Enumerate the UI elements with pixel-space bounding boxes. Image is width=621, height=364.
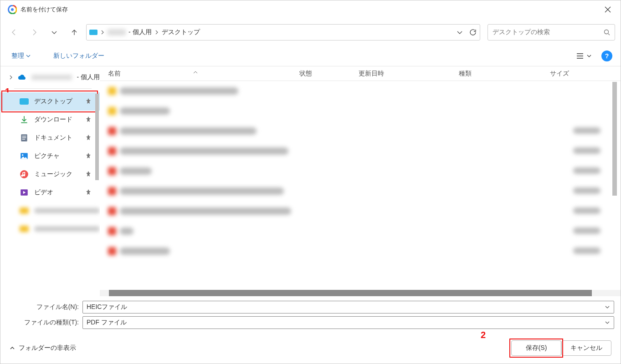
chevron-right-icon bbox=[154, 30, 159, 35]
tree-scrollbar[interactable] bbox=[94, 94, 100, 296]
search-placeholder: デスクトップの検索 bbox=[493, 28, 604, 36]
sidebar-item-desktop[interactable]: デスクトップ bbox=[0, 92, 100, 111]
sidebar-item-pictures[interactable]: ピクチャ bbox=[0, 147, 100, 165]
filename-field[interactable]: HEICファイル bbox=[82, 301, 614, 313]
close-icon bbox=[605, 6, 611, 13]
cloud-icon bbox=[18, 73, 27, 82]
close-button[interactable] bbox=[599, 2, 617, 17]
tree-root-suffix: - 個人用 bbox=[77, 73, 100, 81]
list-item[interactable] bbox=[100, 181, 621, 201]
save-form: ファイル名(N): HEICファイル ファイルの種類(T): PDF ファイル bbox=[0, 296, 621, 333]
pin-icon bbox=[85, 171, 92, 178]
recent-dropdown[interactable] bbox=[46, 24, 62, 40]
sidebar-item-label: ミュージック bbox=[34, 170, 80, 178]
svg-rect-6 bbox=[22, 137, 26, 138]
tree-root-user bbox=[31, 75, 72, 80]
horizontal-scrollbar[interactable] bbox=[100, 290, 621, 296]
list-item[interactable] bbox=[100, 121, 621, 141]
footer: フォルダーの非表示 2 保存(S) キャンセル bbox=[0, 333, 621, 364]
col-state[interactable]: 状態 bbox=[291, 70, 350, 78]
sort-asc-icon bbox=[193, 68, 198, 75]
chevron-up-icon bbox=[10, 345, 15, 351]
download-icon bbox=[20, 115, 29, 124]
breadcrumb-dropdown[interactable] bbox=[456, 29, 463, 36]
svg-point-2 bbox=[11, 8, 14, 11]
filetype-field[interactable]: PDF ファイル bbox=[82, 316, 614, 329]
tree-root-onedrive[interactable]: - 個人用 bbox=[0, 69, 100, 86]
pictures-icon bbox=[20, 152, 29, 161]
list-item[interactable] bbox=[100, 161, 621, 181]
search-icon bbox=[604, 29, 610, 35]
hide-folders-toggle[interactable]: フォルダーの非表示 bbox=[10, 344, 76, 352]
list-item[interactable] bbox=[100, 201, 621, 221]
sidebar-item-videos[interactable]: ビデオ bbox=[0, 183, 100, 202]
view-mode-dropdown[interactable] bbox=[573, 50, 594, 62]
chevron-right-icon bbox=[9, 75, 13, 80]
svg-point-10 bbox=[20, 170, 28, 178]
col-type[interactable]: 種類 bbox=[451, 70, 542, 78]
breadcrumb-user[interactable] bbox=[108, 29, 126, 35]
sidebar-item-music[interactable]: ミュージック bbox=[0, 165, 100, 183]
organize-label: 整理 bbox=[11, 52, 24, 60]
toolbar: 整理 新しいフォルダー ? bbox=[0, 46, 621, 66]
col-date[interactable]: 更新日時 bbox=[350, 70, 451, 78]
list-item[interactable] bbox=[100, 81, 621, 101]
list-item[interactable] bbox=[100, 101, 621, 121]
pc-icon bbox=[89, 30, 98, 35]
filename-label: ファイル名(N): bbox=[7, 303, 79, 311]
chevron-down-icon bbox=[605, 320, 610, 325]
sidebar-item-folder-2[interactable] bbox=[0, 220, 100, 238]
nav-row: - 個人用 デスクトップ デスクトップの検索 bbox=[0, 19, 621, 46]
sidebar-item-folder-1[interactable] bbox=[0, 202, 100, 220]
svg-point-9 bbox=[22, 154, 23, 156]
document-icon bbox=[20, 133, 29, 142]
title-bar: 名前を付けて保存 bbox=[0, 0, 621, 19]
file-list[interactable] bbox=[100, 81, 621, 290]
music-icon bbox=[20, 170, 29, 179]
annotation-2: 2 bbox=[481, 330, 486, 340]
help-button[interactable]: ? bbox=[601, 51, 612, 61]
filename-value: HEICファイル bbox=[87, 303, 605, 311]
col-name[interactable]: 名前 bbox=[100, 70, 291, 78]
sidebar-item-documents[interactable]: ドキュメント bbox=[0, 129, 100, 147]
up-button[interactable] bbox=[66, 24, 82, 40]
refresh-button[interactable] bbox=[469, 28, 477, 36]
search-input[interactable]: デスクトップの検索 bbox=[488, 24, 615, 40]
filetype-label: ファイルの種類(T): bbox=[7, 318, 79, 327]
hide-folders-label: フォルダーの非表示 bbox=[19, 344, 76, 352]
chevron-down-icon bbox=[605, 304, 610, 310]
list-item[interactable] bbox=[100, 241, 621, 261]
back-button[interactable] bbox=[6, 24, 22, 40]
save-button[interactable]: 保存(S) bbox=[511, 340, 561, 356]
vertical-scrollbar[interactable] bbox=[611, 82, 618, 288]
breadcrumb[interactable]: - 個人用 デスクトップ bbox=[86, 24, 480, 40]
column-headers: 名前 状態 更新日時 種類 サイズ bbox=[100, 66, 621, 81]
new-folder-button[interactable]: 新しいフォルダー bbox=[51, 50, 107, 62]
caret-down-icon bbox=[26, 54, 31, 58]
file-pane: 名前 状態 更新日時 種類 サイズ bbox=[100, 66, 621, 296]
new-folder-label: 新しいフォルダー bbox=[53, 52, 104, 60]
svg-point-3 bbox=[605, 30, 609, 34]
window-title: 名前を付けて保存 bbox=[21, 5, 68, 14]
forward-button[interactable] bbox=[26, 24, 42, 40]
sidebar-item-downloads[interactable]: ダウンロード bbox=[0, 111, 100, 129]
breadcrumb-current[interactable]: デスクトップ bbox=[162, 28, 200, 36]
app-icon bbox=[8, 5, 17, 14]
sidebar-item-label: ビデオ bbox=[34, 188, 80, 197]
organize-dropdown[interactable]: 整理 bbox=[9, 50, 33, 62]
video-icon bbox=[20, 188, 29, 197]
tree-separator bbox=[14, 88, 92, 89]
tree-pane: - 個人用 1 デスクトップ ダウンロード ドキュメント ピクチャ bbox=[0, 66, 100, 296]
pin-icon bbox=[85, 98, 92, 106]
sidebar-item-label: デスクトップ bbox=[34, 97, 80, 106]
sidebar-item-label: ピクチャ bbox=[34, 152, 80, 160]
sidebar-item-label: ダウンロード bbox=[34, 116, 80, 124]
svg-rect-7 bbox=[22, 139, 26, 139]
desktop-icon bbox=[20, 97, 29, 106]
list-item[interactable] bbox=[100, 141, 621, 161]
col-size[interactable]: サイズ bbox=[542, 70, 610, 78]
cancel-button[interactable]: キャンセル bbox=[561, 340, 611, 356]
pin-icon bbox=[85, 134, 92, 142]
list-item[interactable] bbox=[100, 221, 621, 241]
breadcrumb-user-suffix[interactable]: - 個人用 bbox=[128, 28, 152, 36]
